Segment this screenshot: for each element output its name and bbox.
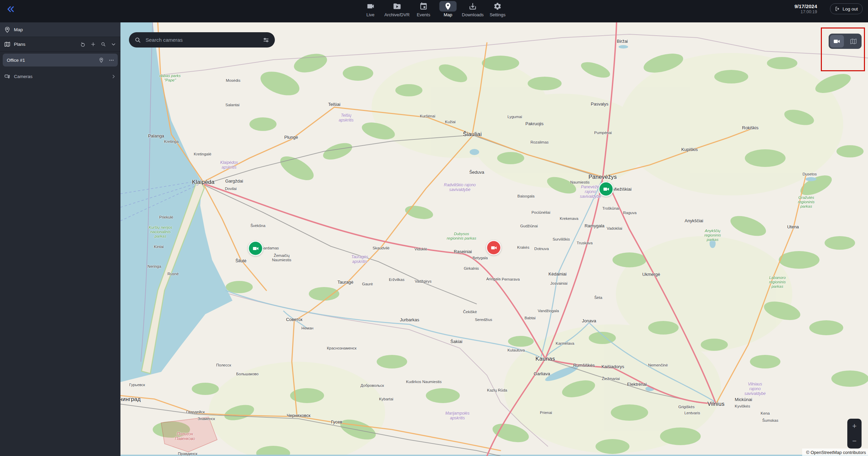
sidebar-item-map[interactable]: Map bbox=[0, 22, 120, 37]
nav-item-map[interactable]: Map bbox=[437, 0, 458, 17]
videocam-icon bbox=[490, 244, 497, 251]
cameras-icon bbox=[4, 73, 11, 80]
calendar-icon bbox=[415, 1, 432, 12]
chevron-right-icon[interactable] bbox=[111, 74, 116, 79]
nav-item-label: Downloads bbox=[462, 12, 484, 17]
nav-item-label: Settings bbox=[490, 12, 506, 17]
top-bar: LiveArchive/DVREventsMapDownloadsSetting… bbox=[0, 0, 868, 22]
camera-view-toggle[interactable] bbox=[830, 35, 844, 48]
nav-item-label: Live bbox=[366, 12, 375, 17]
nav-item-downloads[interactable]: Downloads bbox=[462, 0, 484, 17]
map-icon bbox=[850, 38, 857, 45]
search-filter-icon[interactable] bbox=[263, 37, 269, 43]
sidebar-collapse-button[interactable] bbox=[5, 4, 17, 16]
nav-item-events[interactable]: Events bbox=[413, 0, 434, 17]
nav-item-archive[interactable]: Archive/DVR bbox=[384, 0, 410, 17]
sidebar: Map Plans Office #1 Cameras bbox=[0, 22, 120, 456]
sidebar-map-label: Map bbox=[14, 27, 116, 32]
videocam-icon bbox=[362, 1, 379, 12]
more-options-icon[interactable] bbox=[109, 57, 114, 63]
nav-item-label: Map bbox=[444, 12, 452, 17]
camera-marker-offline[interactable] bbox=[486, 240, 502, 255]
current-date: 9/17/2024 bbox=[794, 3, 817, 9]
current-time: 17:00:19 bbox=[794, 10, 817, 14]
gear-icon bbox=[489, 1, 506, 12]
office-plan-label: Office #1 bbox=[7, 58, 98, 63]
sidebar-cameras-label: Cameras bbox=[14, 74, 111, 79]
chevrons-left-icon bbox=[5, 4, 16, 14]
sidebar-item-office-1[interactable]: Office #1 bbox=[3, 54, 118, 66]
camera-marker-online[interactable] bbox=[599, 182, 614, 197]
locate-on-map-icon[interactable] bbox=[98, 57, 104, 63]
map-view-toggle[interactable] bbox=[847, 35, 861, 48]
logout-icon bbox=[835, 6, 840, 12]
map-mode-toggle bbox=[829, 34, 862, 49]
search-plans-icon[interactable] bbox=[100, 41, 106, 47]
folded-map-icon bbox=[4, 41, 11, 48]
clock: 9/17/2024 17:00:19 bbox=[794, 3, 817, 14]
logout-button[interactable]: Log out bbox=[830, 3, 863, 14]
refresh-icon[interactable] bbox=[80, 41, 86, 47]
folder-play-icon bbox=[388, 1, 405, 12]
logout-label: Log out bbox=[843, 6, 858, 12]
camera-marker-online[interactable] bbox=[248, 241, 263, 256]
nav-item-settings[interactable]: Settings bbox=[487, 0, 508, 17]
search-icon bbox=[134, 37, 141, 43]
videocam-icon bbox=[603, 186, 609, 192]
sidebar-plans-label: Plans bbox=[14, 42, 80, 47]
zoom-out-button[interactable]: − bbox=[847, 434, 862, 449]
office-actions bbox=[98, 57, 114, 63]
map-zoom-control: + − bbox=[847, 419, 862, 449]
add-plan-icon[interactable] bbox=[90, 41, 96, 47]
map-attribution: © OpenStreetMap contributors bbox=[802, 449, 868, 456]
sidebar-item-cameras[interactable]: Cameras bbox=[0, 69, 120, 83]
chevron-down-icon[interactable] bbox=[111, 41, 116, 47]
videocam-icon bbox=[833, 38, 841, 45]
plans-actions bbox=[80, 41, 116, 47]
videocam-icon bbox=[252, 245, 259, 252]
zoom-in-button[interactable]: + bbox=[847, 419, 862, 434]
download-icon bbox=[464, 1, 482, 12]
map-pin-icon bbox=[439, 1, 457, 12]
map-view: KlaipėdaŠiauliaiPanevėžysKaunasVilniusни… bbox=[120, 22, 868, 456]
map-canvas[interactable] bbox=[120, 22, 868, 456]
camera-search-bar bbox=[129, 32, 275, 48]
app-window: LiveArchive/DVREventsMapDownloadsSetting… bbox=[0, 0, 868, 456]
main-navigation: LiveArchive/DVREventsMapDownloadsSetting… bbox=[360, 0, 508, 22]
search-cameras-input[interactable] bbox=[145, 37, 263, 43]
nav-item-label: Archive/DVR bbox=[384, 12, 410, 17]
nav-item-live[interactable]: Live bbox=[360, 0, 381, 17]
map-pin-icon bbox=[4, 26, 11, 33]
sidebar-item-plans[interactable]: Plans bbox=[0, 37, 120, 52]
nav-item-label: Events bbox=[417, 12, 430, 17]
